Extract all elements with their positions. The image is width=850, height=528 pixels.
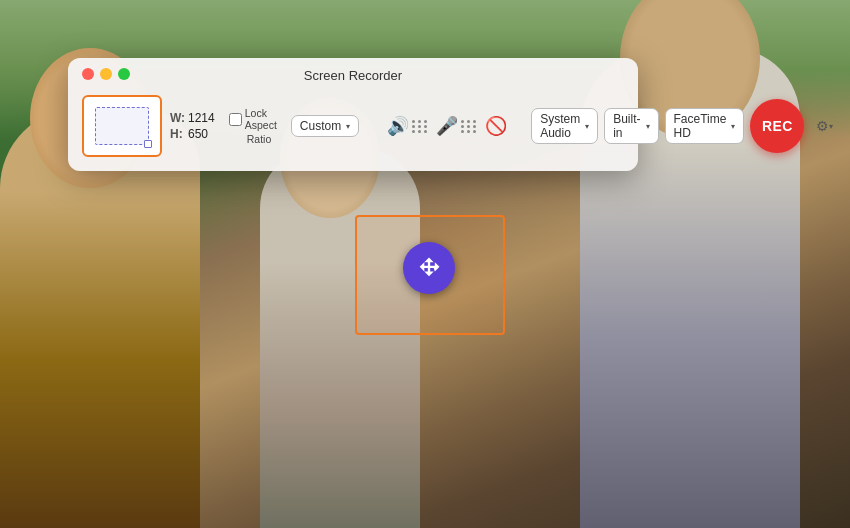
preset-dropdown-label: Custom xyxy=(300,119,341,133)
lock-aspect-checkbox[interactable] xyxy=(229,113,242,126)
mic-dots xyxy=(461,120,477,133)
width-row: W: 1214 xyxy=(170,111,215,125)
preset-dropdown-arrow: ▾ xyxy=(346,122,350,131)
ratio-label: Ratio xyxy=(229,133,272,145)
recorder-dialog: Screen Recorder W: 1214 H: 650 xyxy=(68,58,638,171)
height-label: H: xyxy=(170,127,184,141)
lock-aspect-label: Lock Aspect xyxy=(245,107,277,131)
lock-aspect-container: Lock Aspect Ratio xyxy=(229,107,277,145)
system-audio-icons: 🔊 xyxy=(387,115,428,137)
dialog-controls: W: 1214 H: 650 Lock Aspect Ratio Cus xyxy=(68,89,638,171)
preset-dropdown[interactable]: Custom ▾ xyxy=(291,115,359,137)
dialog-titlebar: Screen Recorder xyxy=(68,58,638,89)
width-value: 1214 xyxy=(188,111,215,125)
resize-handle[interactable] xyxy=(144,140,152,148)
dimensions-panel: W: 1214 H: 650 xyxy=(170,111,215,141)
mic-icon: 🎤 xyxy=(436,115,458,137)
camera-group: 🚫 xyxy=(485,115,507,137)
builtin-dropdown[interactable]: Built-in ▾ xyxy=(604,108,658,144)
preset-dropdown-wrapper[interactable]: Custom ▾ xyxy=(291,115,359,137)
left-section: W: 1214 H: 650 Lock Aspect Ratio xyxy=(82,95,277,157)
builtin-arrow: ▾ xyxy=(646,122,650,131)
facetime-label: FaceTime HD xyxy=(674,112,727,140)
settings-group[interactable]: ⚙▾ xyxy=(816,118,833,134)
speaker-dots xyxy=(412,120,428,133)
minimize-button[interactable] xyxy=(100,68,112,80)
rec-label: REC xyxy=(762,118,793,134)
camera-icons: 🚫 xyxy=(485,115,507,137)
mic-group: 🎤 xyxy=(436,115,477,137)
system-audio-label: System Audio xyxy=(540,112,580,140)
move-icon xyxy=(415,254,443,282)
character-center xyxy=(260,148,420,528)
right-section: System Audio ▾ Built-in ▾ FaceTime HD ▾ … xyxy=(531,99,833,153)
system-audio-arrow: ▾ xyxy=(585,122,589,131)
camera-icon: 🚫 xyxy=(485,115,507,137)
height-row: H: 650 xyxy=(170,127,215,141)
height-value: 650 xyxy=(188,127,208,141)
builtin-label: Built-in xyxy=(613,112,640,140)
facetime-arrow: ▾ xyxy=(731,122,735,131)
system-audio-dropdown[interactable]: System Audio ▾ xyxy=(531,108,598,144)
mic-icons: 🎤 xyxy=(436,115,477,137)
settings-gear-icon[interactable]: ⚙▾ xyxy=(816,118,833,134)
move-handle[interactable] xyxy=(403,242,455,294)
system-audio-group: 🔊 xyxy=(387,115,428,137)
preview-inner-rect xyxy=(95,107,149,145)
dialog-title: Screen Recorder xyxy=(304,68,402,83)
facetime-dropdown[interactable]: FaceTime HD ▾ xyxy=(665,108,745,144)
speaker-icon: 🔊 xyxy=(387,115,409,137)
maximize-button[interactable] xyxy=(118,68,130,80)
width-label: W: xyxy=(170,111,184,125)
capture-area-preview[interactable] xyxy=(82,95,162,157)
lock-row: Lock Aspect xyxy=(229,107,277,131)
close-button[interactable] xyxy=(82,68,94,80)
character-left xyxy=(0,108,200,528)
traffic-lights xyxy=(82,68,130,80)
rec-button[interactable]: REC xyxy=(750,99,804,153)
